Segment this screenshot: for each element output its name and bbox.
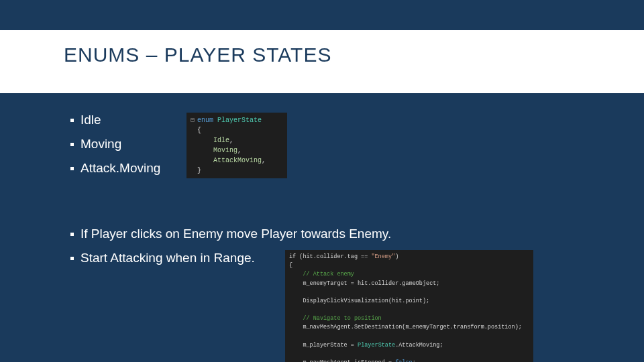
bullet-text: Idle: [80, 113, 101, 127]
bullet-icon: [70, 143, 74, 146]
bullet-text: Start Attacking when in Range.: [80, 251, 255, 265]
title-band: ENUMS – PLAYER STATES: [0, 30, 644, 93]
bullets-upper: Idle Moving Attack.Moving: [70, 113, 160, 185]
bullet-text: If Player clicks on Enemy move Player to…: [80, 227, 391, 241]
bullet-text: Attack.Moving: [80, 161, 160, 176]
bullet-icon: [70, 119, 74, 122]
list-item: Moving: [70, 137, 160, 152]
bullet-icon: [70, 167, 74, 170]
list-item: If Player clicks on Enemy move Player to…: [70, 227, 391, 241]
slide-content: Idle Moving Attack.Moving ⊟enum PlayerSt…: [0, 113, 644, 362]
code-snippet-enum: ⊟enum PlayerState { Idle, Moving, Attack…: [186, 113, 287, 178]
slide-title: ENUMS – PLAYER STATES: [64, 44, 644, 66]
bullet-icon: [70, 257, 74, 260]
bullet-text: Moving: [80, 137, 121, 152]
code-snippet-attack: if (hit.collider.tag == "Enemy") { // At…: [285, 250, 533, 362]
bullet-icon: [70, 233, 74, 236]
list-item: Attack.Moving: [70, 161, 160, 176]
list-item: Idle: [70, 113, 160, 127]
